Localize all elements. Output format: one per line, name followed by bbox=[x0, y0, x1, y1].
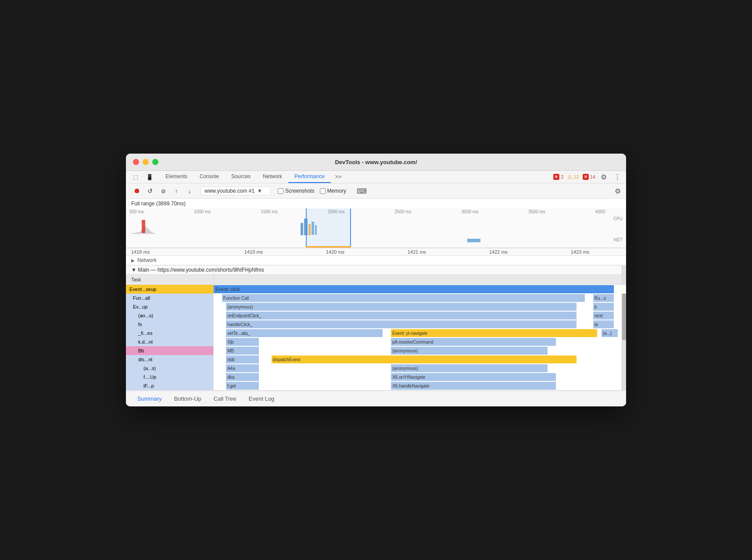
flame-bars-11: f.get X6.handleNavigate bbox=[214, 381, 626, 390]
tab-summary[interactable]: Summary bbox=[131, 391, 168, 406]
flame-row-10: f....Up dka X6.onYtNavigate bbox=[126, 373, 626, 381]
flame-label-3: (an...s) bbox=[126, 311, 213, 320]
network-row[interactable]: ▶ Network bbox=[126, 256, 626, 265]
bottom-tabs: Summary Bottom-Up Call Tree Event Log bbox=[126, 390, 626, 406]
flame-bar-anon-2[interactable]: (anonymous) bbox=[226, 303, 577, 311]
detail-ruler: 1418 ms 1419 ms 1420 ms 1421 ms 1422 ms … bbox=[126, 248, 626, 256]
flame-label-col-8: dis...nt bbox=[126, 355, 214, 364]
devtools-body: ⬚ 📱 Elements Console Sources Network Per… bbox=[126, 171, 626, 406]
inspect-icon[interactable]: ⬚ bbox=[129, 171, 142, 183]
flame-bar-function-call[interactable]: Function Call bbox=[222, 294, 585, 302]
tab-event-log[interactable]: Event Log bbox=[243, 391, 281, 406]
flame-bars-0: Event: click bbox=[214, 285, 626, 294]
maximize-button[interactable] bbox=[152, 159, 158, 165]
net-label: NET bbox=[614, 237, 623, 242]
chevron-down-icon: ▼ bbox=[257, 188, 262, 194]
flame-bar-yt-navigate[interactable]: Event: yt-navigate bbox=[391, 329, 597, 337]
flame-row-8: dis...nt nbb dispatchEvent bbox=[126, 355, 626, 364]
tab-call-tree[interactable]: Call Tree bbox=[208, 391, 243, 406]
detail-1422: 1422 ms bbox=[458, 249, 539, 255]
minimize-button[interactable] bbox=[143, 159, 149, 165]
flame-label-col-11: tF...p bbox=[126, 381, 214, 390]
settings-icon[interactable]: ⚙ bbox=[599, 171, 609, 183]
ruler-1000ms: 1000 ms bbox=[194, 209, 211, 214]
detail-timeline: 1418 ms 1419 ms 1420 ms 1421 ms 1422 ms … bbox=[126, 248, 626, 266]
device-icon[interactable]: 📱 bbox=[143, 171, 156, 183]
perf-settings-icon[interactable]: ⚙ bbox=[615, 187, 621, 195]
flame-bar-event-click[interactable]: Event: click bbox=[214, 285, 614, 293]
flame-bar-x6-navigate[interactable]: X6.onYtNavigate bbox=[391, 373, 556, 381]
flame-label-col-3: (an...s) bbox=[126, 311, 214, 320]
url-selector[interactable]: www.youtube.com #1 ▼ bbox=[201, 187, 271, 195]
capture-icon[interactable]: ⌨ bbox=[357, 187, 367, 195]
flame-bar-x6-handle[interactable]: X6.handleNavigate bbox=[391, 382, 556, 390]
more-options-icon[interactable]: ⋮ bbox=[612, 171, 623, 183]
flame-bar-next[interactable]: next bbox=[593, 312, 614, 319]
flame-bar-xjb[interactable]: Xjb bbox=[226, 338, 259, 346]
more-tabs-button[interactable]: >> bbox=[331, 171, 346, 183]
timeline-range-label: Full range (3899.70ms) bbox=[126, 199, 626, 208]
flame-bars-8: nbb dispatchEvent bbox=[214, 355, 626, 364]
flame-label-8: dis...nt bbox=[126, 355, 213, 364]
flame-row-6: k.d...nt Xjb pA.resolveCommand bbox=[126, 337, 626, 346]
screenshots-checkbox-label[interactable]: Screenshots bbox=[278, 188, 315, 194]
tab-console[interactable]: Console bbox=[193, 171, 225, 183]
tab-bottom-up[interactable]: Bottom-Up bbox=[168, 391, 208, 406]
flame-label-9: (a...s) bbox=[126, 364, 213, 373]
flame-label-2: Ev...up bbox=[126, 302, 213, 311]
timeline-selection[interactable] bbox=[306, 208, 351, 248]
flame-bar-anon-9[interactable]: (anonymous) bbox=[391, 364, 548, 372]
cpu-label: CPU bbox=[613, 216, 623, 221]
svg-rect-2 bbox=[301, 223, 303, 235]
flame-bar-a4a[interactable]: A4a bbox=[226, 364, 259, 372]
error-icon: ✕ bbox=[553, 174, 559, 180]
reload-record-button[interactable]: ↺ bbox=[144, 185, 156, 197]
flame-row-2: Ev...up (anonymous) b bbox=[126, 302, 626, 311]
flame-bar-b[interactable]: b bbox=[593, 303, 614, 311]
flame-label-11: tF...p bbox=[126, 381, 213, 390]
close-button[interactable] bbox=[133, 159, 139, 165]
flame-label-col-9: (a...s) bbox=[126, 364, 214, 373]
tab-performance[interactable]: Performance bbox=[288, 171, 331, 183]
flame-bar-fget[interactable]: f.get bbox=[226, 382, 259, 390]
timeline-ruler[interactable]: 500 ms 1000 ms 1500 ms 2000 ms 2500 ms 3… bbox=[126, 208, 626, 248]
download-button[interactable]: ↓ bbox=[184, 185, 195, 197]
orange-selection-indicator bbox=[306, 246, 351, 248]
flame-label-col-2: Ev...up bbox=[126, 302, 214, 311]
detail-1423: 1423 ms bbox=[539, 249, 621, 255]
flame-bar-dispatch[interactable]: dispatchEvent bbox=[272, 355, 577, 363]
record-button[interactable]: ⏺ bbox=[131, 185, 143, 197]
detail-1420: 1420 ms bbox=[294, 249, 376, 255]
flame-bar-onendpoint[interactable]: onEndpointClick_ bbox=[226, 312, 577, 319]
flame-bar-rus[interactable]: Ru...s bbox=[593, 294, 614, 302]
tab-sources[interactable]: Sources bbox=[225, 171, 257, 183]
flame-row-0: Event...seup Event: click bbox=[126, 285, 626, 294]
tab-network[interactable]: Network bbox=[257, 171, 288, 183]
flame-graph-container: ▼ Main — https://www.youtube.com/shorts/… bbox=[126, 266, 626, 390]
cpu-chart bbox=[129, 216, 609, 236]
flame-bar-nbb[interactable]: nbb bbox=[226, 355, 259, 363]
flame-label-col-0: Event...seup bbox=[126, 285, 214, 294]
flame-bar-sette[interactable]: setTe...ata_ bbox=[226, 329, 383, 337]
clear-button[interactable]: ⊘ bbox=[158, 185, 169, 197]
flame-bars-7: MB (anonymous) bbox=[214, 346, 626, 355]
flame-bar-dka[interactable]: dka bbox=[226, 373, 259, 381]
flame-label-col-7: Bb bbox=[126, 346, 214, 355]
flame-bar-anon-7[interactable]: (anonymous) bbox=[391, 347, 548, 355]
flame-bar-a-dots[interactable]: (a...) bbox=[602, 329, 618, 337]
flame-bar-ta[interactable]: ta bbox=[593, 320, 614, 328]
flame-row-4: fx handleClick_ ta bbox=[126, 320, 626, 329]
memory-checkbox-label[interactable]: Memory bbox=[320, 188, 346, 194]
flame-label-col-5: _fi...es bbox=[126, 329, 214, 337]
screenshots-checkbox[interactable] bbox=[278, 188, 283, 194]
flame-bar-mb[interactable]: MB bbox=[226, 347, 259, 355]
network-expand-arrow: ▶ bbox=[131, 258, 135, 263]
flame-bar-handleclick[interactable]: handleClick_ bbox=[226, 320, 577, 328]
memory-checkbox[interactable] bbox=[320, 188, 326, 194]
ruler-4000ms: 4000 bbox=[595, 209, 605, 214]
tab-elements[interactable]: Elements bbox=[159, 171, 193, 183]
flame-bar-pa-resolve[interactable]: pA.resolveCommand bbox=[391, 338, 556, 346]
net-chart bbox=[129, 237, 609, 244]
ruler-3000ms: 3000 ms bbox=[462, 209, 478, 214]
upload-button[interactable]: ↑ bbox=[171, 185, 182, 197]
